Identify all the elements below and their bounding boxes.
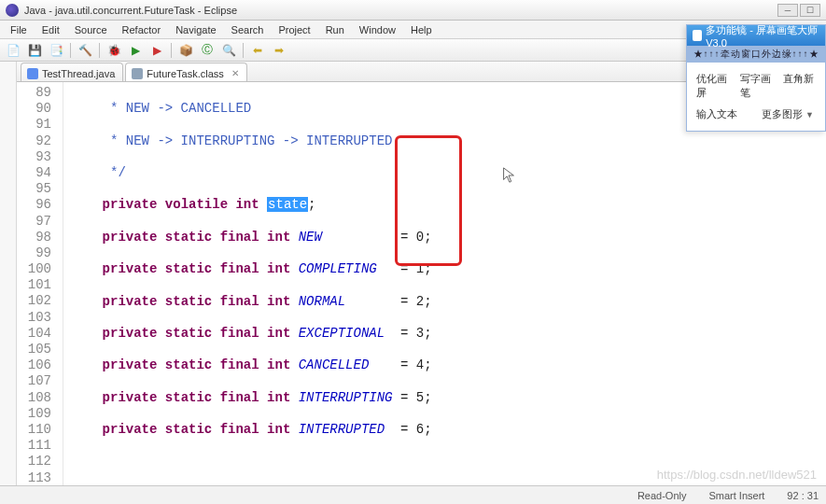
tab-futuretask[interactable]: FutureTask.class ✕ [125, 63, 247, 81]
window-titlebar: Java - java.util.concurrent.FutureTask -… [0, 0, 826, 21]
status-position: 92 : 31 [787, 490, 819, 501]
line-number: 98 [17, 230, 51, 245]
back-icon[interactable]: ⬅ [248, 41, 267, 60]
line-number: 105 [17, 342, 51, 357]
line-number: 103 [17, 310, 51, 326]
new-icon[interactable]: 📄 [4, 41, 22, 60]
panel-opt[interactable]: 更多图形 ▼ [762, 107, 816, 121]
menu-source[interactable]: Source [68, 22, 114, 37]
minimize-button[interactable]: ─ [777, 4, 798, 17]
line-number: 91 [17, 117, 51, 133]
new-package-icon[interactable]: 📦 [176, 41, 195, 60]
code-line: private volatile int state; [71, 197, 826, 213]
line-number: 90 [17, 101, 51, 117]
save-icon[interactable]: 💾 [25, 41, 44, 60]
code-line: private static final int COMPLETING = 1; [71, 261, 826, 277]
code-line: * NEW -> INTERRUPTING -> INTERRUPTED [71, 133, 826, 149]
menu-help[interactable]: Help [404, 22, 439, 37]
line-number: 97 [17, 214, 51, 230]
line-number: 110 [17, 422, 51, 438]
line-number: 92 [17, 133, 51, 149]
line-number: 109 [17, 406, 51, 422]
line-number: 96 [17, 197, 51, 213]
java-file-icon [27, 68, 38, 79]
line-number: 112 [17, 454, 51, 469]
menu-search[interactable]: Search [225, 22, 271, 37]
status-readonly: Read-Only [637, 490, 687, 501]
line-number: 113 [17, 470, 51, 486]
menu-file[interactable]: File [4, 22, 34, 37]
line-number: 107 [17, 373, 51, 389]
maximize-button[interactable]: ☐ [800, 4, 820, 17]
line-gutter: 8990919293949596979899100101102103104105… [17, 82, 63, 485]
panel-body: 优化画屏 写字画笔 直角新 输入文本 更多图形 ▼ [687, 63, 825, 131]
code-content[interactable]: * NEW -> CANCELLED * NEW -> INTERRUPTING… [63, 82, 826, 485]
line-number: 94 [17, 165, 51, 181]
code-line [71, 455, 826, 470]
window-controls: ─ ☐ [777, 4, 820, 17]
separator [243, 43, 244, 58]
line-number: 106 [17, 357, 51, 373]
panel-titlebar[interactable]: 多功能镜 - 屏幕画笔大师V3.0 [687, 25, 825, 46]
line-number: 95 [17, 181, 51, 197]
code-line: private static final int INTERRUPTED = 6… [71, 422, 826, 438]
line-number: 104 [17, 326, 51, 342]
panel-opt[interactable]: 写字画笔 [740, 72, 773, 100]
debug-icon[interactable]: 🐞 [105, 41, 123, 60]
code-editor[interactable]: 8990919293949596979899100101102103104105… [17, 82, 826, 485]
panel-icon [693, 30, 702, 41]
close-icon[interactable]: ✕ [231, 68, 239, 78]
menu-project[interactable]: Project [272, 22, 316, 37]
chevron-down-icon: ▼ [805, 110, 814, 119]
run-ext-icon[interactable]: ▶ [147, 41, 166, 60]
panel-opt[interactable]: 优化画屏 [696, 72, 729, 100]
panel-strip: ★↑↑↑牵动窗口外边缘↑↑↑★ [687, 46, 825, 63]
line-number: 102 [17, 293, 51, 309]
open-type-icon[interactable]: 🔍 [219, 41, 238, 60]
menu-edit[interactable]: Edit [35, 22, 66, 37]
tab-label: TestThread.java [42, 68, 115, 79]
panel-opt[interactable]: 输入文本 [696, 107, 750, 121]
tab-label: FutureTask.class [147, 68, 224, 79]
run-icon[interactable]: ▶ [126, 41, 145, 60]
panel-opt[interactable]: 直角新 [783, 72, 816, 100]
menu-run[interactable]: Run [319, 22, 351, 37]
menu-window[interactable]: Window [353, 22, 402, 37]
panel-title: 多功能镜 - 屏幕画笔大师V3.0 [706, 23, 819, 49]
line-number: 93 [17, 149, 51, 165]
code-line: private static final int CANCELLED = 4; [71, 357, 826, 373]
separator [70, 43, 71, 58]
separator [99, 43, 100, 58]
code-line: */ [71, 165, 826, 181]
tab-testthread[interactable]: TestThread.java [21, 63, 123, 81]
build-icon[interactable]: 🔨 [76, 41, 94, 60]
menu-navigate[interactable]: Navigate [169, 22, 222, 37]
line-number: 99 [17, 245, 51, 261]
save-all-icon[interactable]: 📑 [47, 41, 65, 60]
screen-pen-panel[interactable]: 多功能镜 - 屏幕画笔大师V3.0 ★↑↑↑牵动窗口外边缘↑↑↑★ 优化画屏 写… [686, 24, 826, 132]
forward-icon[interactable]: ➡ [270, 41, 288, 60]
left-ruler [0, 62, 17, 485]
code-line: private static final int NEW = 0; [71, 230, 826, 245]
window-title: Java - java.util.concurrent.FutureTask -… [24, 5, 777, 16]
status-insert: Smart Insert [708, 490, 764, 501]
eclipse-icon [6, 4, 19, 17]
line-number: 108 [17, 390, 51, 406]
code-line: private static final int INTERRUPTING = … [71, 390, 826, 406]
new-class-icon[interactable]: Ⓒ [198, 41, 217, 60]
line-number: 101 [17, 277, 51, 293]
line-number: 89 [17, 85, 51, 101]
line-number: 111 [17, 438, 51, 454]
line-number: 100 [17, 261, 51, 277]
status-bar: Read-Only Smart Insert 92 : 31 [0, 485, 826, 504]
selected-text: state [267, 197, 308, 212]
code-line: private static final int NORMAL = 2; [71, 294, 826, 310]
separator [171, 43, 172, 58]
class-file-icon [132, 68, 143, 79]
code-line: private static final int EXCEPTIONAL = 3… [71, 326, 826, 342]
menu-refactor[interactable]: Refactor [116, 22, 168, 37]
